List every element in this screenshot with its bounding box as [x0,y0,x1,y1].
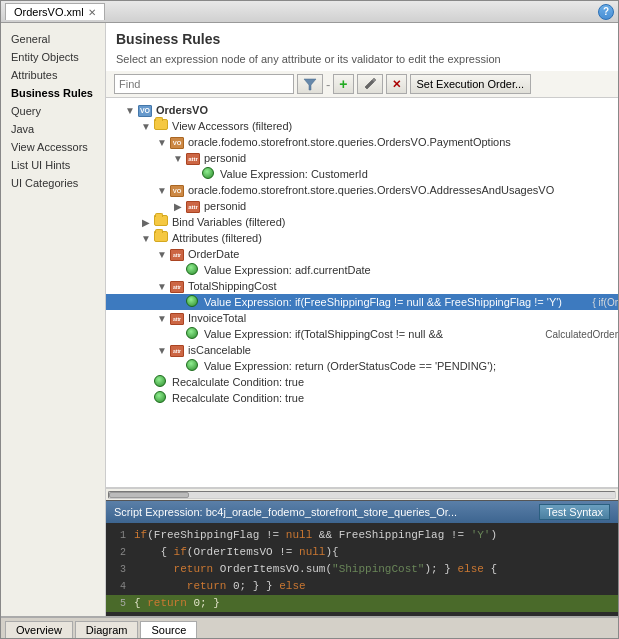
test-syntax-button[interactable]: Test Syntax [539,504,610,520]
scroll-track[interactable] [108,491,616,499]
title-bar-right: ? [598,4,614,20]
attr-icon: attr [186,151,202,165]
node-suffix: CalculatedOrder [545,329,618,340]
sidebar-item-java[interactable]: Java [7,121,99,137]
sidebar-item-view-accessors[interactable]: View Accessors [7,139,99,155]
node-label: OrdersVO [156,104,208,116]
horizontal-scrollbar[interactable] [106,488,618,500]
code-line-3: 3 return OrderItemsVO.sum("ShippingCost"… [106,561,618,578]
code-line-2: 2 { if(OrderItemsVO != null){ [106,544,618,561]
expand-toggle[interactable]: ▼ [154,313,170,324]
line-content: return OrderItemsVO.sum("ShippingCost");… [134,561,497,577]
add-button[interactable]: + [333,74,353,94]
node-text: Value Expression: adf.currentDate [204,264,371,276]
line-content: { return 0; } [134,595,220,611]
node-text: Recalculate Condition: true [172,376,304,388]
set-execution-order-button[interactable]: Set Execution Order... [410,74,532,94]
tree-node-orderdate[interactable]: ▼ attr OrderDate [106,246,618,262]
node-text: InvoiceTotal [188,312,246,324]
expand-toggle[interactable]: ▼ [154,137,170,148]
sidebar-item-ui-categories[interactable]: UI Categories [7,175,99,191]
node-text: personid [204,200,246,212]
tab-diagram[interactable]: Diagram [75,621,139,638]
expand-toggle[interactable]: ▼ [170,153,186,164]
expand-toggle[interactable]: ▼ [154,249,170,260]
tab-source[interactable]: Source [140,621,197,638]
title-tab[interactable]: OrdersVO.xml ✕ [5,3,105,20]
green-icon [186,295,202,309]
tree-node-oracle1[interactable]: ▼ VO oracle.fodemo.storefront.store.quer… [106,134,618,150]
node-text: personid [204,152,246,164]
filter-icon [303,77,317,91]
expand-toggle[interactable]: ▶ [138,217,154,228]
sidebar-item-query[interactable]: Query [7,103,99,119]
title-label: OrdersVO.xml [14,6,84,18]
script-title: Script Expression: bc4j_oracle_fodemo_st… [114,506,457,518]
folder-icon [154,119,170,133]
edit-button[interactable] [357,74,383,94]
line-number: 1 [106,527,134,544]
delete-button[interactable]: ✕ [386,74,407,94]
tab-overview[interactable]: Overview [5,621,73,638]
tree-node-bind-variables[interactable]: ▶ Bind Variables (filtered) [106,214,618,230]
expand-toggle[interactable]: ▼ [138,121,154,132]
tree-node-recalc1[interactable]: ▷ Recalculate Condition: true [106,374,618,390]
tree-node-totalshipping[interactable]: ▼ attr TotalShippingCost [106,278,618,294]
green-icon [186,359,202,373]
script-panel: Script Expression: bc4j_oracle_fodemo_st… [106,500,618,616]
close-tab-icon[interactable]: ✕ [88,7,96,18]
green-icon [186,327,202,341]
sidebar-item-list-ui-hints[interactable]: List UI Hints [7,157,99,173]
tree-node-iscancelable[interactable]: ▼ attr isCancelable [106,342,618,358]
script-header: Script Expression: bc4j_oracle_fodemo_st… [106,501,618,523]
line-number: 3 [106,561,134,578]
expand-toggle[interactable]: ▼ [154,281,170,292]
node-text: View Accessors (filtered) [172,120,292,132]
sidebar-item-entity-objects[interactable]: Entity Objects [7,49,99,65]
xml-icon: VO [170,135,186,149]
folder-icon [154,231,170,245]
vo-icon: VO [138,103,154,117]
filter-button[interactable] [297,74,323,94]
tree-node-value-date[interactable]: ▷ Value Expression: adf.currentDate [106,262,618,278]
tree-node-invoicetotal[interactable]: ▼ attr InvoiceTotal [106,310,618,326]
tree-area[interactable]: ▼ VO OrdersVO ▼ View Accessors (filtered… [106,98,618,488]
tree-node-oracle2[interactable]: ▼ VO oracle.fodemo.storefront.store.quer… [106,182,618,198]
expand-toggle[interactable]: ▼ [138,233,154,244]
tree-node-value-invoice[interactable]: ▷ Value Expression: if(TotalShippingCost… [106,326,618,342]
tree-node-value-shipping[interactable]: ▷ Value Expression: if(FreeShippingFlag … [106,294,618,310]
expand-toggle[interactable]: ▼ [154,185,170,196]
separator-1: - [326,77,330,92]
scroll-thumb[interactable] [109,492,189,498]
search-input[interactable] [114,74,294,94]
expand-toggle[interactable]: ▼ [154,345,170,356]
node-text: TotalShippingCost [188,280,277,292]
svg-marker-0 [304,79,316,90]
tree-node-recalc2[interactable]: ▷ Recalculate Condition: true [106,390,618,406]
attr-icon: attr [170,311,186,325]
line-content: if(FreeShippingFlag != null && FreeShipp… [134,527,497,543]
sidebar-item-business-rules[interactable]: Business Rules [7,85,99,101]
node-text: Recalculate Condition: true [172,392,304,404]
folder-icon [154,215,170,229]
tree-node-attributes[interactable]: ▼ Attributes (filtered) [106,230,618,246]
panel-title: Business Rules [106,23,618,51]
tree-node-personid2[interactable]: ▶ attr personid [106,198,618,214]
node-text: oracle.fodemo.storefront.store.queries.O… [188,136,511,148]
sidebar-item-general[interactable]: General [7,31,99,47]
xml-icon: VO [170,183,186,197]
expand-toggle[interactable]: ▶ [170,201,186,212]
help-button[interactable]: ? [598,4,614,20]
line-content: { if(OrderItemsVO != null){ [134,544,339,560]
expand-toggle[interactable]: ▼ [122,105,138,116]
tree-node-root[interactable]: ▼ VO OrdersVO [106,102,618,118]
tree-node-personid1[interactable]: ▼ attr personid [106,150,618,166]
tree-node-value-customerid[interactable]: ▷ Value Expression: CustomerId [106,166,618,182]
sidebar-item-attributes[interactable]: Attributes [7,67,99,83]
line-number: 4 [106,578,134,595]
tree-node-view-accessors[interactable]: ▼ View Accessors (filtered) [106,118,618,134]
sidebar: General Entity Objects Attributes Busine… [1,23,106,616]
line-number: 5 [106,595,134,612]
node-text: Value Expression: CustomerId [220,168,368,180]
tree-node-value-cancel[interactable]: ▷ Value Expression: return (OrderStatusC… [106,358,618,374]
